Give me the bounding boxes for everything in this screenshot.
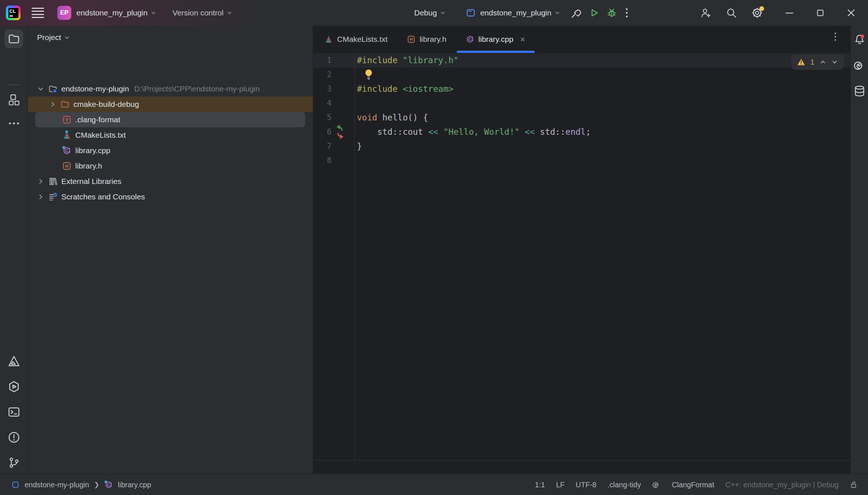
code-with-me-button[interactable]	[698, 5, 714, 21]
ai-assistant-button[interactable]	[852, 58, 867, 73]
window-close-button[interactable]	[843, 5, 859, 21]
status-bar: endstone-my-plugin ❯ C + + library.cpp 1…	[0, 474, 868, 495]
tool-window-services-button[interactable]	[4, 377, 23, 396]
project-widget[interactable]: endstone_my_plugin	[76, 8, 156, 17]
notifications-button[interactable]	[852, 32, 867, 47]
play-icon	[589, 7, 600, 18]
bell-icon	[853, 33, 866, 46]
clang-tidy-widget[interactable]: .clang-tidy	[607, 481, 641, 489]
more-actions-button[interactable]	[621, 5, 633, 21]
tool-window-cmake-button[interactable]	[4, 352, 23, 371]
svg-text:+: +	[110, 484, 112, 488]
tab-library-cpp[interactable]: C + + library.cpp	[456, 26, 535, 53]
editor-area: CMakeLists.txt H library.h C + + library…	[313, 26, 851, 474]
breadcrumb-project[interactable]: endstone-my-plugin	[25, 481, 89, 489]
tree-item-cmake-build-debug[interactable]: cmake-build-debug	[28, 97, 313, 112]
more-tool-windows-button[interactable]	[4, 114, 23, 133]
caret-position-widget[interactable]: 1:1	[535, 481, 545, 489]
code-line[interactable]: std::cout << "Hello, World!" << std::end…	[357, 125, 591, 139]
tool-window-git-button[interactable]	[4, 453, 23, 472]
tab-label: CMakeLists.txt	[337, 35, 388, 44]
code-line[interactable]: #include <iostream>	[357, 82, 453, 96]
tool-window-project-button[interactable]	[4, 29, 23, 48]
tree-item-project-root[interactable]: endstone-my-plugin D:\Projects\CPP\endst…	[28, 81, 313, 97]
tree-item-label: CMakeLists.txt	[75, 131, 126, 140]
run-config-label: endstone_my_plugin	[480, 8, 551, 17]
ai-swirl-small-icon[interactable]	[652, 480, 661, 489]
tool-window-structure-button[interactable]	[4, 90, 23, 109]
vcs-widget[interactable]: Version control	[173, 8, 232, 17]
database-button[interactable]	[852, 84, 867, 98]
tree-item-library-h[interactable]: H library.h	[28, 158, 313, 174]
window-maximize-button[interactable]	[812, 5, 828, 21]
prev-problem-chevron-icon[interactable]	[820, 59, 826, 65]
tab-close-icon[interactable]	[520, 36, 526, 43]
ai-assistant-swirl-icon	[853, 59, 866, 72]
code-token: std::	[535, 127, 565, 137]
code-token: hello() {	[377, 113, 428, 122]
code-line[interactable]: void hello() {	[357, 111, 428, 125]
code-token: #include	[357, 55, 403, 65]
right-tool-stripe	[851, 26, 868, 474]
bug-icon	[606, 7, 617, 18]
maximize-icon	[815, 8, 825, 18]
code-token: #include	[357, 84, 403, 94]
main-menu-icon[interactable]	[32, 8, 44, 18]
declaration-navigation-gutter-icons[interactable]	[334, 125, 346, 139]
project-panel-title: Project	[37, 33, 61, 42]
tree-item-path: D:\Projects\CPP\endstone-my-plugin	[134, 84, 260, 93]
code-token: "library.h"	[403, 55, 459, 65]
tree-item-cmakelists[interactable]: CMakeLists.txt	[28, 127, 313, 143]
tool-window-problems-button[interactable]	[4, 428, 23, 447]
search-everywhere-button[interactable]	[723, 5, 739, 21]
chevron-right-icon[interactable]	[49, 101, 57, 108]
encoding-widget[interactable]: UTF-8	[576, 481, 597, 489]
folder-icon	[7, 32, 21, 46]
tab-cmakelists[interactable]: CMakeLists.txt	[315, 26, 397, 53]
line-number: 7	[313, 139, 332, 153]
line-number: 3	[313, 82, 332, 96]
run-config-selector[interactable]: endstone_my_plugin	[480, 8, 560, 17]
problems-icon	[7, 431, 21, 444]
next-problem-chevron-icon[interactable]	[831, 59, 838, 65]
chevron-down-icon[interactable]	[37, 85, 44, 93]
editor-bottom-border	[313, 460, 850, 460]
clang-format-widget[interactable]: ClangFormat	[672, 481, 715, 489]
code-token: }	[357, 141, 362, 151]
cmake-file-icon	[62, 130, 72, 140]
run-config-mode-selector[interactable]: Debug	[414, 8, 446, 17]
debug-button[interactable]	[604, 5, 620, 21]
tree-item-clang-format[interactable]: Y .clang-format	[28, 112, 313, 127]
code-line[interactable]: #include "library.h"	[357, 53, 459, 68]
clion-logo-icon[interactable]: CL	[6, 6, 21, 20]
tree-item-scratches[interactable]: Scratches and Consoles	[28, 189, 313, 205]
terminal-icon	[7, 405, 21, 419]
project-avatar[interactable]: EP	[57, 6, 71, 20]
tool-window-terminal-button[interactable]	[4, 402, 23, 421]
window-minimize-button[interactable]	[781, 5, 798, 21]
breadcrumb-separator: ❯	[94, 481, 100, 489]
breadcrumb-file[interactable]: library.cpp	[118, 481, 151, 489]
build-button[interactable]	[568, 5, 585, 21]
intention-bulb-icon[interactable]	[363, 68, 374, 81]
lock-open-icon[interactable]	[850, 480, 858, 489]
tree-item-library-cpp[interactable]: C + + library.cpp	[28, 143, 313, 158]
toolchain-profile-widget[interactable]: C++: endstone_my_plugin | Debug	[725, 481, 839, 489]
settings-button[interactable]	[749, 5, 765, 21]
svg-text:+: +	[68, 150, 70, 154]
tab-bar-more-button[interactable]	[834, 32, 836, 43]
tree-item-external-libraries[interactable]: External Libraries	[28, 174, 313, 189]
code-token	[520, 127, 525, 137]
project-panel-header[interactable]: Project	[37, 33, 70, 42]
tree-item-label: library.h	[75, 162, 102, 170]
chevron-right-icon[interactable]	[37, 193, 44, 200]
line-ending-widget[interactable]: LF	[556, 481, 564, 489]
chevron-right-icon[interactable]	[37, 178, 44, 185]
code-token: <<	[525, 127, 535, 137]
chevron-down-icon	[64, 35, 70, 41]
line-number: 1	[313, 53, 332, 68]
run-button[interactable]	[586, 5, 602, 21]
tab-library-h[interactable]: H library.h	[397, 26, 456, 53]
inspections-widget[interactable]: 1	[791, 54, 844, 70]
code-line[interactable]: }	[357, 139, 362, 153]
